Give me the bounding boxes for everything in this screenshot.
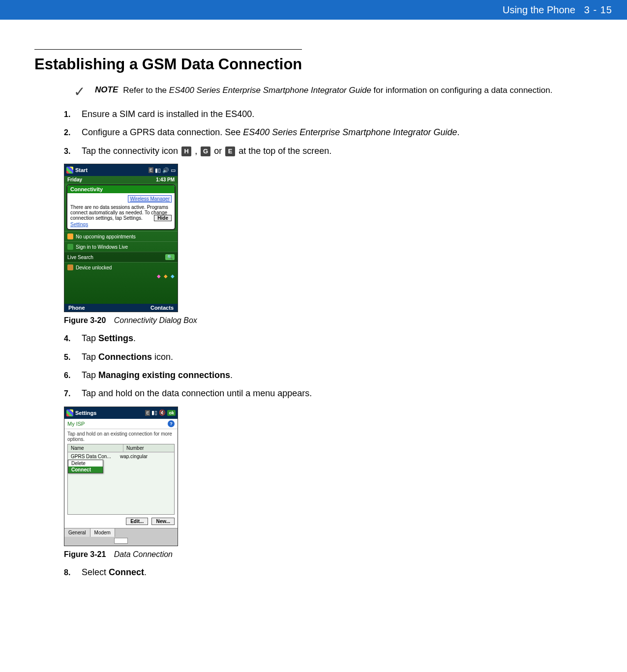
windows-flag-icon — [66, 167, 73, 174]
live-search-row[interactable]: Live Search 🔍 — [64, 252, 178, 262]
figure-3-21-caption: Figure 3-21 Data Connection — [64, 550, 597, 559]
speaker-mute-icon: 🔇 — [159, 409, 166, 416]
softkey-right[interactable]: Contacts — [150, 305, 174, 311]
hint-text: Tap and hold on an existing connection f… — [64, 429, 178, 444]
step-7: 7. Tap and hold on the data connection u… — [64, 388, 597, 399]
step-text: Configure a GPRS data connection. See ES… — [82, 127, 459, 138]
signal-icon: ▮▯ — [151, 409, 157, 416]
cell-name: GPRS Data Con... — [71, 454, 120, 459]
e-status-icon: E — [145, 410, 150, 416]
tray-icon: ◆ — [164, 273, 168, 279]
g-icon: G — [201, 146, 210, 156]
tab-general[interactable]: General — [64, 528, 90, 537]
signal-icon: ▮▯ — [155, 167, 161, 174]
step-3: 3. Tap the connectivity icon H , G or E … — [64, 146, 597, 157]
cell-number: wap.cingular — [120, 454, 148, 459]
figure-title: Connectivity Dialog Box — [114, 316, 197, 324]
help-icon[interactable]: ? — [168, 420, 175, 427]
softkey-bar: Phone Contacts — [64, 304, 178, 312]
note-label: NOTE — [95, 85, 118, 95]
title-bar-text: Settings — [75, 410, 145, 416]
battery-icon: ▭ — [171, 167, 176, 174]
step-number: 4. — [64, 333, 79, 344]
search-icon: 🔍 — [165, 254, 175, 260]
page-header: Using the Phone 3 - 15 — [0, 0, 627, 20]
tab-modem[interactable]: Modem — [90, 528, 115, 537]
keyboard-icon[interactable] — [114, 538, 128, 544]
title-bar-text: Start — [75, 167, 149, 173]
connectivity-screenshot: Start E ▮▯ 🔊 ▭ Friday 1:43 PM Connectivi… — [64, 164, 178, 312]
note-block: ✓ NOTE Refer to the ES400 Series Enterpr… — [74, 85, 597, 99]
step-number: 6. — [64, 370, 79, 381]
device-unlocked-row[interactable]: Device unlocked — [64, 262, 178, 272]
myisp-label: My ISP — [67, 421, 85, 427]
figure-3-20-caption: Figure 3-20 Connectivity Dialog Box — [64, 316, 597, 325]
step-number: 2. — [64, 127, 79, 138]
step-4: 4. Tap Settings. — [64, 333, 597, 344]
softkey-left[interactable]: Phone — [68, 305, 85, 311]
col-name: Name — [68, 444, 123, 452]
step-text: Tap Connections icon. — [82, 351, 173, 363]
col-number: Number — [123, 444, 174, 452]
section-heading: Establishing a GSM Data Connection — [34, 49, 302, 73]
context-menu: Delete Connect — [68, 460, 103, 473]
hide-button[interactable]: Hide — [154, 215, 172, 221]
myisp-row: My ISP ? — [64, 419, 178, 429]
figure-label: Figure 3-20 — [64, 316, 106, 324]
e-status-icon: E — [149, 167, 153, 173]
sip-row — [64, 537, 178, 546]
step-number: 3. — [64, 146, 79, 157]
time-label: 1:43 PM — [156, 177, 175, 182]
step-number: 8. — [64, 567, 79, 578]
calendar-icon — [67, 234, 73, 239]
step-5: 5. Tap Connections icon. — [64, 351, 597, 363]
wireless-manager-link[interactable]: Wireless Manager — [128, 195, 172, 203]
figure-title: Data Connection — [114, 550, 173, 558]
figure-label: Figure 3-21 — [64, 550, 106, 558]
button-row: Edit... New... — [64, 515, 178, 528]
step-text: Select Connect. — [82, 567, 147, 578]
checkmark-icon: ✓ — [74, 85, 85, 99]
step-number: 1. — [64, 109, 79, 120]
settings-link[interactable]: Settings — [70, 222, 88, 227]
step-number: 7. — [64, 388, 79, 399]
live-icon — [67, 244, 73, 250]
figure-3-20: Start E ▮▯ 🔊 ▭ Friday 1:43 PM Connectivi… — [64, 164, 597, 312]
status-tray: E ▮▯ 🔊 ▭ — [149, 167, 176, 174]
step-number: 5. — [64, 351, 79, 363]
step-text: Tap Managing existing connections. — [82, 370, 233, 381]
title-bar: Settings E ▮▯ 🔇 ok — [64, 407, 178, 419]
new-button[interactable]: New... — [151, 518, 175, 525]
edit-button[interactable]: Edit... — [126, 518, 148, 525]
figure-3-21: Settings E ▮▯ 🔇 ok My ISP ? Tap and hold… — [64, 407, 597, 546]
data-connection-screenshot: Settings E ▮▯ 🔇 ok My ISP ? Tap and hold… — [64, 407, 178, 546]
step-8: 8. Select Connect. — [64, 567, 597, 578]
speaker-icon: 🔊 — [162, 167, 169, 174]
step-text: Tap Settings. — [82, 333, 136, 344]
windows-live-row[interactable]: Sign in to Windows Live — [64, 241, 178, 252]
header-page-number: 3 - 15 — [584, 4, 612, 16]
step-text: Ensure a SIM card is installed in the ES… — [82, 109, 254, 120]
appointments-row[interactable]: No upcoming appointments — [64, 231, 178, 241]
title-bar: Start E ▮▯ 🔊 ▭ — [64, 164, 178, 176]
page-content: Establishing a GSM Data Connection ✓ NOT… — [0, 20, 627, 600]
menu-delete[interactable]: Delete — [68, 460, 103, 467]
connections-table: Name Number GPRS Data Con... wap.cingula… — [67, 444, 175, 515]
h-icon: H — [181, 146, 191, 156]
e-icon: E — [225, 146, 235, 156]
status-tray: E ▮▯ 🔇 ok — [145, 409, 176, 416]
dialog-title: Connectivity — [67, 185, 175, 193]
table-row[interactable]: GPRS Data Con... wap.cingular Delete Con… — [68, 452, 174, 460]
tray-icon: ◆ — [171, 273, 175, 279]
system-tray: ◆ ◆ ◆ — [64, 272, 178, 280]
header-title: Using the Phone — [503, 4, 575, 16]
lock-icon — [67, 264, 73, 270]
day-label: Friday — [67, 177, 82, 182]
connectivity-dialog: Connectivity Wireless Manager There are … — [66, 184, 176, 230]
step-2: 2. Configure a GPRS data connection. See… — [64, 127, 597, 138]
menu-connect[interactable]: Connect — [68, 467, 103, 473]
tab-bar: General Modem — [64, 528, 178, 537]
ok-button[interactable]: ok — [167, 410, 176, 416]
windows-flag-icon — [66, 409, 73, 416]
step-6: 6. Tap Managing existing connections. — [64, 370, 597, 381]
